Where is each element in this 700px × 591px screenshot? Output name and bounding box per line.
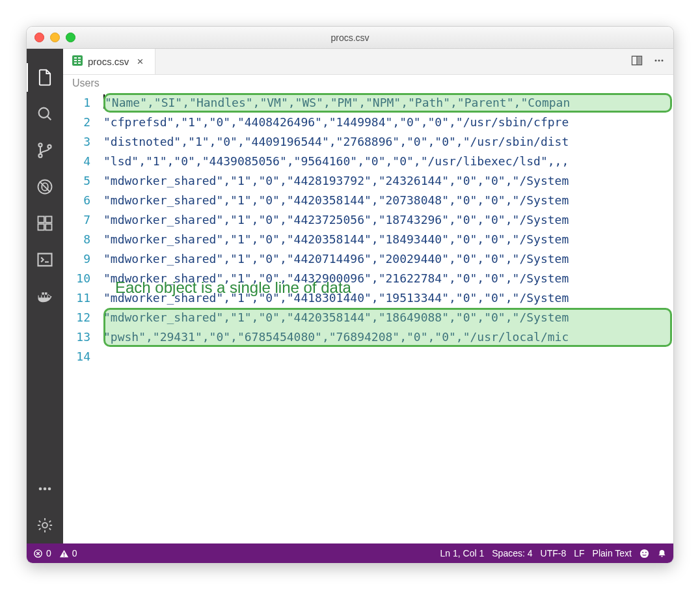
line-number: 8 (63, 230, 103, 249)
search-icon (36, 105, 54, 123)
svg-rect-18 (74, 62, 77, 64)
extensions-icon (36, 214, 54, 232)
line-number: 4 (63, 152, 103, 171)
gear-icon (36, 516, 54, 534)
editor-area: procs.csv × Users 1"Name","SI","Handles"… (63, 49, 673, 543)
editor-line: 13"pwsh","29431","0","6785454080","76894… (63, 327, 673, 347)
svg-rect-21 (638, 57, 641, 64)
extensions-activity[interactable] (27, 205, 63, 241)
line-content: "pwsh","29431","0","6785454080","7689420… (103, 327, 673, 347)
error-circle-icon (33, 549, 43, 558)
editor-line: 5"mdworker_shared","1","0","4428193792",… (63, 171, 673, 191)
breadcrumb[interactable]: Users (63, 75, 673, 93)
svg-point-2 (38, 154, 42, 158)
line-content: "mdworker_shared","1","0","4420358144","… (103, 191, 673, 210)
editor-line: 14 (63, 347, 673, 366)
status-feedback[interactable] (639, 549, 649, 558)
editor-line: 11"mdworker_shared","1","0","4418301440"… (63, 288, 673, 308)
line-content: "mdworker_shared","1","0","4420358144","… (103, 230, 673, 249)
svg-point-0 (39, 108, 49, 118)
line-content: "mdworker_shared","1","0","4428193792","… (103, 171, 673, 191)
editor-line: 8"mdworker_shared","1","0","4420358144",… (63, 230, 673, 249)
terminal-activity[interactable] (27, 241, 63, 278)
svg-point-24 (662, 59, 664, 61)
line-number: 11 (63, 288, 103, 308)
svg-rect-19 (78, 62, 81, 64)
settings-activity[interactable] (27, 507, 63, 543)
titlebar: procs.csv (27, 27, 673, 49)
line-number: 7 (63, 210, 103, 230)
svg-rect-15 (78, 57, 81, 59)
status-eol[interactable]: LF (574, 548, 584, 558)
svg-rect-5 (38, 217, 44, 223)
status-language-mode[interactable]: Plain Text (593, 548, 632, 558)
source-control-activity[interactable] (27, 132, 63, 169)
svg-point-12 (42, 523, 47, 528)
svg-rect-17 (78, 60, 81, 61)
split-editor-button[interactable] (630, 54, 643, 70)
editor-line: 1"Name","SI","Handles","VM","WS","PM","N… (63, 93, 673, 113)
svg-point-29 (645, 551, 647, 553)
line-number: 2 (63, 113, 103, 132)
svg-rect-7 (38, 224, 44, 230)
line-content: "mdworker_shared","1","0","4420358144","… (103, 308, 673, 327)
bell-icon (657, 549, 667, 558)
more-activity[interactable] (27, 471, 63, 507)
status-warnings[interactable]: 0 (59, 548, 77, 558)
line-number: 12 (63, 308, 103, 327)
editor-line: 12"mdworker_shared","1","0","4420358144"… (63, 308, 673, 327)
editor-line: 2"cfprefsd","1","0","4408426496","144998… (63, 113, 673, 132)
svg-point-26 (63, 555, 64, 557)
status-notifications[interactable] (657, 549, 667, 558)
tab-procs-csv[interactable]: procs.csv × (63, 49, 155, 74)
svg-point-10 (44, 488, 47, 491)
line-content: "Name","SI","Handles","VM","WS","PM","NP… (103, 93, 673, 113)
line-number: 13 (63, 327, 103, 347)
svg-rect-8 (46, 224, 51, 230)
editor-line: 6"mdworker_shared","1","0","4420358144",… (63, 191, 673, 210)
svg-point-1 (38, 143, 42, 146)
tab-bar: procs.csv × (63, 49, 673, 75)
activity-bar (27, 49, 63, 543)
docker-icon (36, 287, 54, 305)
svg-rect-16 (74, 60, 77, 61)
more-actions-button[interactable] (653, 54, 666, 70)
editor-line: 7"mdworker_shared","1","0","4423725056",… (63, 210, 673, 230)
status-indentation[interactable]: Spaces: 4 (492, 548, 532, 558)
line-number: 5 (63, 171, 103, 191)
line-number: 9 (63, 249, 103, 269)
docker-activity[interactable] (27, 278, 63, 314)
tab-close-button[interactable]: × (134, 56, 146, 68)
errors-count: 0 (46, 548, 51, 558)
ellipsis-icon (36, 480, 54, 498)
editor-line: 9"mdworker_shared","1","0","4420714496",… (63, 249, 673, 269)
debug-activity[interactable] (27, 169, 63, 205)
line-number: 1 (63, 93, 103, 113)
text-editor[interactable]: 1"Name","SI","Handles","VM","WS","PM","N… (63, 93, 673, 543)
warning-triangle-icon (59, 549, 69, 558)
svg-point-22 (655, 59, 657, 61)
files-icon (36, 68, 54, 87)
svg-point-3 (47, 145, 51, 148)
terminal-icon (36, 251, 54, 269)
ellipsis-icon (653, 54, 666, 67)
svg-rect-13 (72, 55, 83, 66)
svg-point-11 (48, 488, 51, 491)
line-content: "mdworker_shared","1","0","4418301440","… (103, 288, 673, 308)
line-number: 3 (63, 132, 103, 152)
line-content: "lsd","1","0","4439085056","9564160","0"… (103, 152, 673, 171)
status-errors[interactable]: 0 (33, 548, 51, 558)
explorer-activity[interactable] (27, 59, 63, 96)
svg-point-23 (658, 59, 660, 61)
line-content: "distnoted","1","0","4409196544","276889… (103, 132, 673, 152)
svg-point-28 (642, 551, 643, 553)
line-content (103, 347, 673, 366)
editor-line: 4"lsd","1","0","4439085056","9564160","0… (63, 152, 673, 171)
no-bug-icon (36, 178, 54, 196)
status-cursor-position[interactable]: Ln 1, Col 1 (440, 548, 485, 558)
line-number: 6 (63, 191, 103, 210)
text-cursor (103, 94, 105, 109)
window-title: procs.csv (27, 33, 673, 43)
search-activity[interactable] (27, 96, 63, 132)
status-encoding[interactable]: UTF-8 (541, 548, 567, 558)
